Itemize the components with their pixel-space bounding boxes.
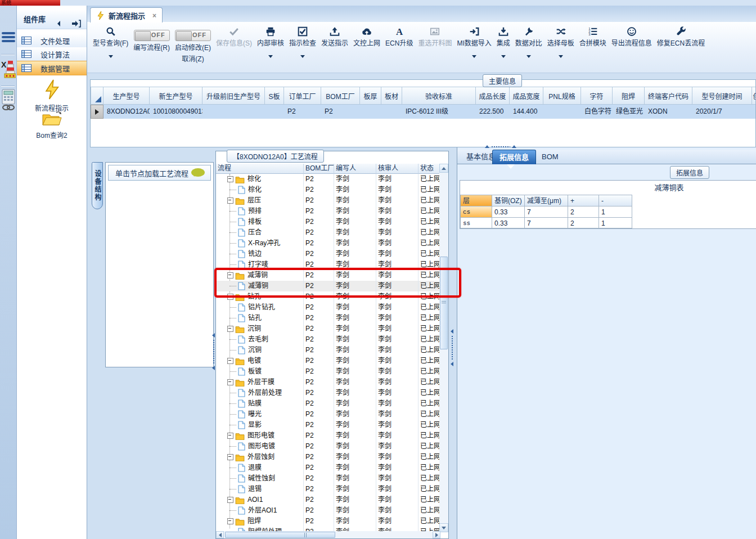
- flow-row-退锡[interactable]: 退锡P2李剑李剑已上网: [216, 484, 448, 495]
- column-header[interactable]: 升级前旧生产型号: [202, 87, 265, 105]
- collapse-icon[interactable]: [227, 379, 233, 385]
- column-header[interactable]: 板厚: [360, 87, 381, 105]
- scroll-left-icon[interactable]: [216, 531, 224, 538]
- flow-row-图形电镀[interactable]: 图形电镀P2李剑李剑已上网: [216, 441, 448, 452]
- flow-row-去毛刺[interactable]: 去毛刺P2李剑李剑已上网: [216, 334, 448, 345]
- collapse-icon[interactable]: [227, 326, 233, 332]
- toolbar-button-15[interactable]: 导出流程信息: [611, 23, 652, 72]
- flow-row-铝片钻孔[interactable]: 铝片钻孔P2李剑李剑已上网: [216, 302, 448, 313]
- detail-column-header[interactable]: +: [568, 195, 598, 206]
- hint-header[interactable]: 单击节点加载工艺流程: [108, 165, 211, 181]
- flow-row-铣边[interactable]: 铣边P2李剑李剑已上网: [216, 249, 448, 259]
- tab-new-flow-instruction[interactable]: 新流程指示 ×: [90, 7, 163, 23]
- collapse-left-icon[interactable]: [55, 16, 64, 24]
- column-header[interactable]: 字符: [581, 87, 613, 105]
- toggle-switch[interactable]: OFF: [134, 30, 170, 41]
- detail-cell[interactable]: 2: [568, 206, 598, 217]
- flow-column-header[interactable]: 核审人: [376, 164, 418, 174]
- collapse-icon[interactable]: [227, 358, 233, 364]
- grid-data-row[interactable]: 8XODNO12A010010800049013P2P2IPC-6012 III…: [91, 105, 756, 119]
- toolbar-button-1[interactable]: OFF编写流程(R): [133, 23, 170, 72]
- flow-row-电镀[interactable]: 电镀P2李剑李剑已上网: [216, 356, 448, 366]
- detail-row-cs[interactable]: cs0.33721: [460, 206, 756, 217]
- sidebar-tool-bom-query[interactable]: Bom查询2: [17, 110, 87, 140]
- column-header[interactable]: 成品长度: [476, 87, 510, 105]
- collapse-icon[interactable]: [227, 454, 233, 460]
- scroll-up-icon[interactable]: [439, 164, 448, 173]
- horizontal-splitter-handle[interactable]: [485, 145, 516, 148]
- chevron-down-icon[interactable]: [526, 55, 531, 58]
- detail-column-header[interactable]: 层: [460, 195, 492, 206]
- sidebar-item-1[interactable]: 设计算法: [17, 47, 87, 61]
- flow-column-header[interactable]: 状态: [418, 164, 441, 174]
- chevron-down-icon[interactable]: [300, 55, 305, 58]
- toolbar-button-14[interactable]: 123合拼模块: [579, 23, 606, 72]
- chevron-down-icon[interactable]: [501, 55, 506, 58]
- column-header[interactable]: BOM工厂: [321, 87, 360, 105]
- flow-row-碱性蚀刻[interactable]: 碱性蚀刻P2李剑李剑已上网: [216, 473, 448, 484]
- collapse-icon[interactable]: [227, 176, 233, 182]
- toolbar-button-11[interactable]: 集成: [497, 23, 510, 72]
- toolbar-button-12[interactable]: 数据对比: [515, 23, 542, 72]
- scroll-down-icon[interactable]: [439, 523, 448, 532]
- toolbar-button-10[interactable]: MI数据导入: [457, 23, 491, 72]
- chevron-down-icon[interactable]: [472, 55, 476, 58]
- flow-row-外层蚀刻[interactable]: 外层蚀刻P2李剑李剑已上网: [216, 452, 448, 462]
- layer-cell[interactable]: cs: [460, 206, 492, 217]
- collapse-icon[interactable]: [227, 272, 233, 279]
- toolbar-button-6[interactable]: 发送指示: [321, 23, 348, 72]
- column-header[interactable]: 板材: [381, 87, 402, 105]
- layer-cell[interactable]: ss: [460, 217, 492, 228]
- column-header[interactable]: 成品宽度: [510, 87, 543, 105]
- toggle-switch[interactable]: OFF: [175, 30, 211, 41]
- lighthouse-icon[interactable]: X: [1, 59, 16, 85]
- vertical-splitter-right[interactable]: [451, 329, 453, 366]
- calculator-icon[interactable]: [1, 89, 16, 113]
- detail-cell[interactable]: 2: [568, 217, 598, 228]
- detail-row-ss[interactable]: ss0.33721: [460, 217, 756, 228]
- flow-row-显影[interactable]: 显影P2李剑李剑已上网: [216, 420, 448, 430]
- collapse-icon[interactable]: [227, 197, 233, 204]
- flow-column-header[interactable]: 流程: [216, 164, 304, 174]
- flow-row-贴膜[interactable]: 贴膜P2李剑李剑已上网: [216, 398, 448, 409]
- detail-cell[interactable]: 1: [598, 206, 632, 217]
- flow-row-退膜[interactable]: 退膜P2李剑李剑已上网: [216, 462, 448, 473]
- flow-row-阻焊[interactable]: 阻焊P2李剑李剑已上网: [216, 516, 448, 527]
- row-selector-header[interactable]: [91, 87, 104, 105]
- toolbar-button-8[interactable]: AECN升级: [385, 23, 413, 72]
- toolbar-button-sublabel[interactable]: 取消(Z): [182, 53, 204, 63]
- flow-column-header[interactable]: BOM工厂: [304, 164, 334, 174]
- flow-column-header[interactable]: 编写人: [334, 164, 376, 174]
- chevron-down-icon[interactable]: [109, 55, 113, 58]
- tab-extended-info[interactable]: 拓展信息: [492, 150, 536, 164]
- sidebar-item-2[interactable]: 数据管理: [17, 61, 87, 75]
- detail-column-header[interactable]: 基铜(OZ): [492, 195, 524, 206]
- detail-column-header[interactable]: -: [598, 195, 632, 206]
- flow-row-减薄铜[interactable]: 减薄铜P2李剑李剑已上网: [216, 270, 448, 281]
- flow-row-棕化[interactable]: 棕化P2李剑李剑已上网: [216, 174, 448, 185]
- collapse-icon[interactable]: [227, 433, 233, 439]
- sidebar-item-0[interactable]: 文件处理: [17, 34, 87, 48]
- flow-row-棕化[interactable]: 棕化P2李剑李剑已上网: [216, 185, 448, 195]
- close-icon[interactable]: ×: [152, 12, 156, 20]
- flow-row-层压[interactable]: 层压P2李剑李剑已上网: [216, 195, 448, 206]
- toolbar-button-13[interactable]: 选择母板: [547, 23, 574, 72]
- toolbar-button-0[interactable]: 型号查询(F): [93, 23, 128, 72]
- toolbar-button-7[interactable]: 文控上网: [353, 23, 380, 72]
- flow-row-图形电镀[interactable]: 图形电镀P2李剑李剑已上网: [216, 430, 448, 441]
- flow-row-AOI1[interactable]: AOI1P2李剑李剑已上网: [216, 495, 448, 505]
- chevron-down-icon[interactable]: [559, 55, 563, 58]
- tab-device-structure[interactable]: 设备结构: [92, 162, 103, 209]
- sidebar-tool-new-flow[interactable]: 新流程指示: [17, 79, 87, 113]
- column-header[interactable]: 阻焊: [613, 87, 645, 105]
- flow-row-钻孔[interactable]: 钻孔P2李剑李剑已上网: [216, 291, 448, 302]
- column-header[interactable]: 终端客户代码: [645, 87, 692, 105]
- column-header[interactable]: 型号创建时间: [692, 87, 752, 105]
- flow-row-打字唛[interactable]: 打字唛P2李剑李剑已上网: [216, 259, 448, 270]
- detail-cell[interactable]: 0.33: [492, 206, 524, 217]
- h-scroll-thumb[interactable]: [225, 532, 335, 538]
- flow-row-预排[interactable]: 预排P2李剑李剑已上网: [216, 206, 448, 217]
- toolbar-button-2[interactable]: OFF启动修改(E)取消(Z): [175, 23, 211, 72]
- flow-row-减薄铜[interactable]: 减薄铜P2李剑李剑已上网: [216, 281, 448, 291]
- flow-row-沉铜[interactable]: 沉铜P2李剑李剑已上网: [216, 324, 448, 334]
